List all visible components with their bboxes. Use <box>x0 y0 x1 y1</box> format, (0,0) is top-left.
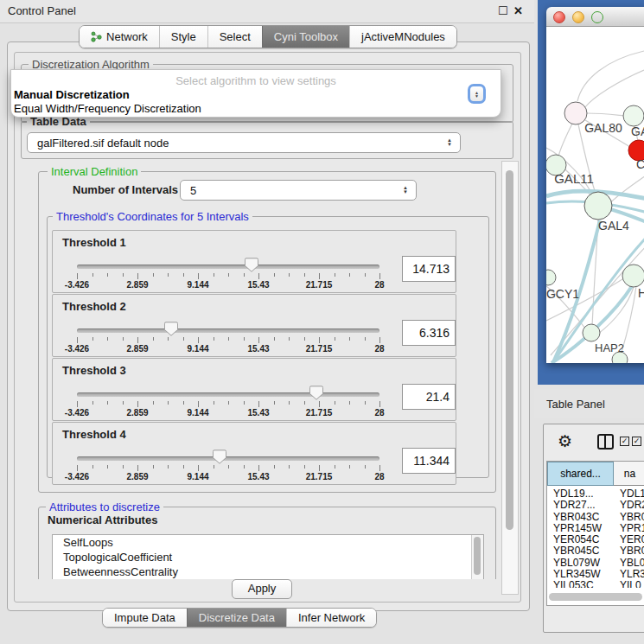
tab-discretize-data[interactable]: Discretize Data <box>187 609 286 627</box>
node-gal4[interactable] <box>584 192 612 220</box>
slider-tick <box>183 337 184 341</box>
threshold-value-field[interactable] <box>402 384 456 410</box>
tab-cyni-toolbox[interactable]: Cyni Toolbox <box>262 26 349 48</box>
bottom-tab-bar: Impute Data Discretize Data Infer Networ… <box>102 608 377 628</box>
attribute-list-item[interactable]: TopologicalCoefficient <box>53 550 483 564</box>
table-row[interactable]: YER054CYER0 <box>547 533 644 545</box>
slider-tick-label: 15.43 <box>247 280 269 290</box>
tab-infer-network[interactable]: Infer Network <box>286 609 376 627</box>
slider-tick <box>123 273 124 277</box>
slider-track[interactable] <box>77 456 379 461</box>
slider-tick <box>153 337 154 341</box>
name-cell: YBL0 <box>620 557 644 569</box>
slider-tick-label: 21.715 <box>306 344 333 354</box>
table-row[interactable]: YDR27...YDR2 <box>547 499 644 510</box>
slider-track[interactable] <box>77 328 379 333</box>
slider-thumb[interactable] <box>245 258 258 272</box>
minimize-traffic-light-icon[interactable] <box>572 11 584 23</box>
column-header-shared-name[interactable]: shared... <box>547 462 614 486</box>
attribute-list-item[interactable]: SelfLoops <box>53 535 483 550</box>
node-label: GAL4 <box>598 219 629 233</box>
tab-jactivemnodules[interactable]: jActiveMNodules <box>349 26 456 48</box>
algorithm-hint: Select algorithm to view settings <box>11 74 501 87</box>
threshold-value-field[interactable] <box>402 448 456 474</box>
algorithm-combo-stepper[interactable]: ▲▼ <box>468 84 486 104</box>
table-row[interactable]: YIL053CYIL0 <box>547 579 644 588</box>
settings-scrollbar[interactable] <box>501 161 519 595</box>
attribute-list-item[interactable]: BetweennessCentrality <box>53 564 483 579</box>
combo-stepper-icon: ▲▼ <box>443 138 456 147</box>
slider-tick <box>183 465 184 469</box>
numerical-attributes-label: Numerical Attributes <box>48 513 157 526</box>
table-data-combo[interactable]: galFiltered.sif default node ▲▼ <box>27 132 461 153</box>
slider-tick <box>214 273 214 277</box>
node-gal80[interactable] <box>564 102 587 124</box>
algorithm-option-manual[interactable]: Manual Discretization <box>14 88 130 101</box>
name-cell: YDR2 <box>620 499 644 511</box>
slider-thumb[interactable] <box>213 450 226 464</box>
float-window-icon[interactable]: ☐ <box>498 4 508 17</box>
slider-tick <box>168 465 169 469</box>
tab-style[interactable]: Style <box>159 26 207 48</box>
tab-network[interactable]: Network <box>80 26 159 48</box>
slider-tick <box>304 465 305 469</box>
slider-tick <box>349 465 350 469</box>
screenshot-root: Control Panel ☐ ✕ Network Style Select C… <box>0 0 644 644</box>
slider-thumb[interactable] <box>309 386 323 400</box>
column-header-name[interactable]: na <box>614 462 644 486</box>
close-traffic-light-icon[interactable] <box>553 11 565 23</box>
table-row[interactable]: YPR145WYPR1 <box>547 522 644 533</box>
table-row[interactable]: YBL079WYBL0 <box>547 557 644 568</box>
gear-icon[interactable]: ⚙ <box>558 431 572 451</box>
slider-tick <box>228 465 229 469</box>
network-canvas[interactable]: GAL80 GA GAL11 C GAL4 GCY1 H HAP2 <box>546 27 644 363</box>
slider-tick <box>379 273 380 279</box>
close-window-icon[interactable]: ✕ <box>513 4 523 17</box>
shared-name-cell: YLR345W <box>553 568 601 580</box>
slider-tick <box>168 337 169 341</box>
combo-stepper-icon: ▲▼ <box>399 186 411 194</box>
number-of-intervals-combo[interactable]: 5 ▲▼ <box>180 180 417 201</box>
attributes-scrollbar[interactable] <box>471 535 483 579</box>
slider-tick <box>137 337 138 343</box>
tab-impute-data[interactable]: Impute Data <box>103 609 187 627</box>
node-h[interactable] <box>622 265 644 287</box>
numerical-attributes-list[interactable]: SelfLoopsTopologicalCoefficientBetweenne… <box>52 534 484 579</box>
threshold-value-field[interactable] <box>402 256 456 282</box>
interval-definition-label: Interval Definition <box>48 165 141 178</box>
slider-track[interactable] <box>77 392 379 397</box>
slider-tick <box>153 273 154 277</box>
table-panel-titlebar: Table Panel <box>534 389 644 418</box>
slider-tick <box>228 273 229 277</box>
checkbox-icon[interactable]: ✓ <box>632 437 641 446</box>
apply-button[interactable]: Apply <box>232 579 292 599</box>
node-hap2[interactable] <box>583 324 600 341</box>
tab-select[interactable]: Select <box>207 26 262 48</box>
slider-tick <box>92 337 93 341</box>
network-view-window[interactable]: GAL80 GA GAL11 C GAL4 GCY1 H HAP2 <box>546 7 644 363</box>
algorithm-option-equal-width[interactable]: Equal Width/Frequency Discretization <box>14 102 201 115</box>
node-ga[interactable] <box>623 105 644 126</box>
settings-viewport: Interval Definition Number of Intervals … <box>21 161 501 579</box>
table-row[interactable]: YBR045CYBR0 <box>547 545 644 556</box>
network-window-titlebar[interactable] <box>546 7 644 27</box>
node-label: GAL80 <box>584 121 622 135</box>
zoom-traffic-light-icon[interactable] <box>591 11 603 23</box>
slider-tick-label: -3.426 <box>65 344 89 354</box>
horizontal-scrollbar[interactable] <box>549 593 642 601</box>
split-columns-icon[interactable] <box>597 434 614 450</box>
slider-thumb[interactable] <box>164 322 178 336</box>
node-gcy1[interactable] <box>546 270 556 285</box>
slider-track[interactable] <box>77 265 379 269</box>
table-row[interactable]: YDL19...YDL1 <box>547 488 644 499</box>
table-row[interactable]: YBR043CYBR0 <box>547 511 644 522</box>
slider-tick <box>274 401 275 405</box>
table-row[interactable]: YLR345WYLR3 <box>547 568 644 579</box>
slider-tick <box>228 337 229 341</box>
table-panel-box: ⚙ ✓ ✓ shared... na YDL19...YDL1YDR27...Y… <box>543 424 644 633</box>
network-icon <box>91 31 102 42</box>
slider-tick <box>137 273 138 279</box>
checkbox-icon[interactable]: ✓ <box>620 437 629 446</box>
slider-tick-label: 2.859 <box>126 408 148 418</box>
threshold-value-field[interactable] <box>402 320 456 346</box>
